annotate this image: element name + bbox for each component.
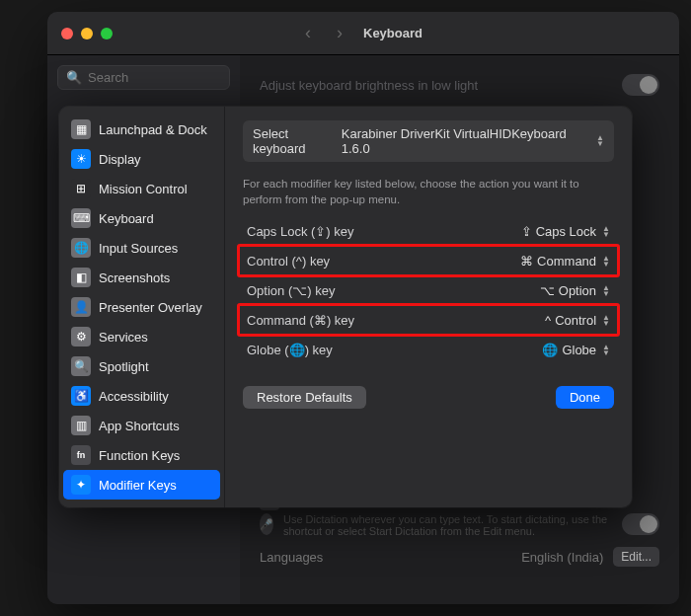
sheet-sidebar-item[interactable]: ⚙Services — [63, 322, 220, 351]
languages-value: English (India) — [521, 550, 603, 565]
close-icon[interactable] — [61, 28, 73, 39]
modifier-value-popup[interactable]: ^ Control▲▼ — [545, 313, 610, 328]
search-input[interactable] — [88, 70, 221, 85]
modifier-symbol-icon: ⌘ — [520, 254, 533, 269]
sheet-sidebar-label: Spotlight — [99, 359, 149, 374]
search-icon: 🔍 — [66, 70, 82, 85]
pref-icon: ◧ — [71, 268, 91, 287]
restore-defaults-button[interactable]: Restore Defaults — [243, 386, 366, 409]
modifier-row: Command (⌘) key^ Control▲▼ — [243, 305, 614, 335]
sheet-sidebar-item[interactable]: ◧Screenshots — [63, 263, 220, 292]
modifier-value-popup[interactable]: 🌐 Globe▲▼ — [542, 343, 610, 357]
pref-icon: ⚙ — [71, 327, 91, 346]
modifier-value-popup[interactable]: ⌘ Command▲▼ — [520, 254, 610, 269]
microphone-icon: 🎤 — [260, 513, 273, 535]
sheet-sidebar-label: Services — [99, 330, 148, 345]
modifier-symbol-icon: 🌐 — [542, 343, 558, 357]
pref-icon: ▦ — [71, 119, 91, 139]
sheet-sidebar-item[interactable]: 🔍Spotlight — [63, 351, 220, 381]
sheet-sidebar-item[interactable]: ⌨Keyboard — [63, 203, 220, 233]
modifier-keys-sheet: ▦Launchpad & Dock☀Display⊞Mission Contro… — [59, 107, 632, 507]
sheet-sidebar-item[interactable]: ✦Modifier Keys — [63, 470, 220, 500]
modifier-row: Control (^) key⌘ Command▲▼ — [243, 246, 614, 275]
modifier-key-label: Option (⌥) key — [247, 283, 335, 298]
languages-label: Languages — [260, 550, 323, 565]
sheet-sidebar-label: Keyboard — [99, 211, 154, 226]
chevron-up-down-icon: ▲▼ — [602, 345, 610, 356]
pref-icon: 🔍 — [71, 356, 91, 376]
sheet-sidebar-item[interactable]: ⊞Mission Control — [63, 174, 220, 203]
pref-icon: 👤 — [71, 297, 91, 317]
pref-icon: ✦ — [71, 475, 91, 495]
sheet-sidebar-item[interactable]: ▥App Shortcuts — [63, 411, 220, 440]
brightness-label: Adjust keyboard brightness in low light — [260, 78, 478, 93]
pref-icon: ♿ — [71, 386, 91, 406]
sheet-sidebar-label: Launchpad & Dock — [99, 122, 207, 137]
modifier-value-label: Option — [559, 283, 596, 298]
sheet-sidebar-item[interactable]: 🌐Input Sources — [63, 233, 220, 263]
done-button[interactable]: Done — [556, 386, 614, 409]
modifier-value-popup[interactable]: ⇪ Caps Lock▲▼ — [521, 224, 610, 239]
modifier-key-label: Command (⌘) key — [247, 313, 354, 328]
search-field[interactable]: 🔍 — [57, 65, 230, 90]
pref-icon: fn — [71, 445, 91, 465]
sheet-sidebar-label: App Shortcuts — [99, 419, 180, 433]
nav-back-button[interactable]: ‹ — [298, 23, 318, 43]
chevron-up-down-icon: ▲▼ — [602, 226, 610, 238]
modifier-row: Globe (🌐) key🌐 Globe▲▼ — [243, 335, 614, 364]
chevron-up-down-icon: ▲▼ — [602, 285, 610, 297]
sheet-sidebar-item[interactable]: ♿Accessibility — [63, 381, 220, 411]
nav-forward-button: › — [330, 23, 349, 43]
sheet-sidebar-item[interactable]: 👤Presenter Overlay — [63, 292, 220, 322]
chevron-up-down-icon: ▲▼ — [602, 315, 610, 327]
sheet-sidebar-item[interactable]: ☀Display — [63, 144, 220, 174]
pref-icon: ▥ — [71, 416, 91, 435]
modifier-symbol-icon: ^ — [545, 313, 551, 328]
sheet-sidebar-label: Display — [99, 152, 141, 167]
sheet-sidebar-item[interactable]: ▦Launchpad & Dock — [63, 115, 220, 144]
modifier-key-label: Globe (🌐) key — [247, 343, 333, 357]
sheet-sidebar-item[interactable]: fnFunction Keys — [63, 440, 220, 470]
sheet-sidebar-label: Input Sources — [99, 241, 178, 256]
modifier-row: Option (⌥) key⌥ Option▲▼ — [243, 275, 614, 305]
zoom-icon[interactable] — [101, 28, 113, 39]
select-keyboard-value: Karabiner DriverKit VirtualHIDKeyboard 1… — [342, 126, 588, 156]
sheet-sidebar-label: Modifier Keys — [99, 478, 177, 493]
modifier-value-popup[interactable]: ⌥ Option▲▼ — [540, 283, 610, 298]
sheet-sidebar-label: Presenter Overlay — [99, 300, 202, 315]
modifier-value-label: Control — [555, 313, 596, 328]
sheet-sidebar-label: Function Keys — [99, 448, 180, 463]
languages-edit-button[interactable]: Edit... — [613, 547, 659, 567]
sheet-sidebar-label: Mission Control — [99, 182, 188, 196]
modifier-value-label: Caps Lock — [536, 224, 596, 239]
keyboard-selector[interactable]: Select keyboard Karabiner DriverKit Virt… — [243, 120, 614, 162]
help-text: For each modifier key listed below, choo… — [243, 176, 614, 207]
modifier-key-label: Control (^) key — [247, 254, 330, 269]
sheet-sidebar-label: Screenshots — [99, 270, 170, 285]
modifier-symbol-icon: ⌥ — [540, 283, 555, 298]
minimize-icon[interactable] — [81, 28, 93, 39]
brightness-toggle[interactable] — [622, 74, 659, 96]
page-title: Keyboard — [363, 26, 422, 40]
dictation-help: Use Dictation wherever you can type text… — [283, 513, 612, 537]
select-keyboard-label: Select keyboard — [253, 126, 342, 156]
modifier-value-label: Globe — [562, 343, 596, 357]
pref-icon: 🌐 — [71, 238, 91, 258]
modifier-symbol-icon: ⇪ — [521, 224, 532, 239]
chevron-up-down-icon: ▲▼ — [602, 256, 610, 268]
sheet-main: Select keyboard Karabiner DriverKit Virt… — [225, 107, 632, 507]
modifier-row: Caps Lock (⇪) key⇪ Caps Lock▲▼ — [243, 217, 614, 246]
modifier-key-label: Caps Lock (⇪) key — [247, 224, 354, 239]
dictation-toggle[interactable] — [622, 513, 659, 535]
titlebar: ‹ › Keyboard — [47, 12, 679, 55]
chevron-up-down-icon: ▲▼ — [596, 135, 604, 147]
pref-icon: ☀ — [71, 149, 91, 169]
sheet-sidebar: ▦Launchpad & Dock☀Display⊞Mission Contro… — [59, 107, 225, 507]
pref-icon: ⊞ — [71, 179, 91, 198]
modifier-value-label: Command — [537, 254, 596, 269]
sheet-sidebar-label: Accessibility — [99, 389, 169, 404]
pref-icon: ⌨ — [71, 208, 91, 228]
